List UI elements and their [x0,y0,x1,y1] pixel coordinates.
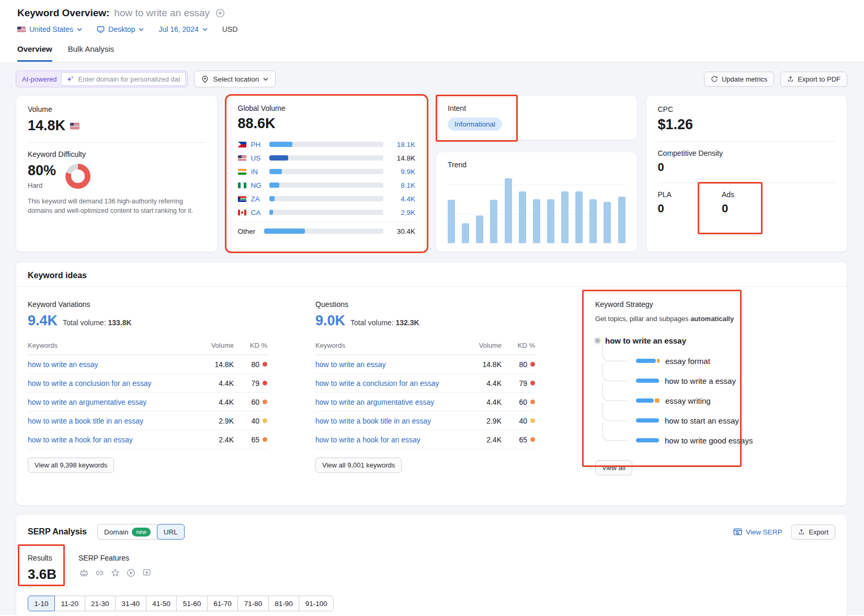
ph-flag-icon [238,142,246,147]
keyword-row: how to write a conclusion for an essay4.… [315,374,535,393]
results-metric: Results 3.6B [28,554,64,588]
main-area: AI-powered Select location Update metric… [0,62,864,615]
us-flag-icon [238,155,246,161]
location-select[interactable]: Select location [194,71,276,87]
domain-input[interactable] [78,75,180,83]
page-range-button[interactable]: 61-70 [207,596,238,611]
trend-bar [505,178,512,243]
keyword-link[interactable]: how to write a hook for an essay [315,436,469,444]
cpc-value: $1.26 [658,117,836,133]
table-header: Keywords Volume KD % [28,341,267,355]
page-range-button[interactable]: 11-20 [54,596,85,611]
strategy-child[interactable]: essay writing [636,396,825,405]
export-button[interactable]: Export [791,524,835,540]
strategy-child-label: how to start an essay [665,416,739,425]
volume-header: Volume [201,341,234,349]
keyword-link[interactable]: how to write a book title in an essay [28,417,201,425]
domain-input-wrap [61,72,186,86]
trend-label: Trend [448,161,626,169]
page-range-button[interactable]: 71-80 [237,596,269,611]
page-range-button[interactable]: 41-50 [146,596,177,611]
keyword-link[interactable]: how to write an essay [28,360,201,369]
page-range-button[interactable]: 81-90 [268,596,300,611]
device-filter[interactable]: Desktop [97,25,144,33]
keyword-ideas-card: Keyword ideas Keyword Variations 9.4K To… [16,262,847,506]
pla-label: PLA [658,190,672,199]
keyword-link[interactable]: how to write a conclusion for an essay [28,379,201,387]
keyword-link[interactable]: how to write a hook for an essay [28,436,201,444]
keyword-kd: 79 [234,379,267,387]
strategy-child[interactable]: how to write good essays [636,436,825,444]
kd-dot [530,362,535,367]
toolbar: AI-powered Select location Update metric… [16,71,847,87]
keyword-link[interactable]: how to write a book title in an essay [315,417,469,425]
country-volume-value[interactable]: 9.9K [388,168,415,176]
page-range-button[interactable]: 91-100 [299,596,334,611]
date-filter[interactable]: Jul 16, 2024 [158,25,207,33]
keyword-strategy-subtitle: Get topics, pillar and subpages automati… [595,315,825,323]
svg-text:?: ? [145,571,148,575]
country-volume-value[interactable]: 18.1K [388,141,415,149]
metric-cards-row: Volume 14.8K Keyword Difficulty 80% Hard… [16,95,847,252]
new-badge: new [132,528,150,537]
ai-domain-input-group: AI-powered [16,71,188,87]
view-serp-label: View SERP [746,528,782,536]
view-serp-link[interactable]: View SERP [733,528,782,536]
tab-overview[interactable]: Overview [17,44,52,62]
divider [658,141,836,142]
country-code-link[interactable]: ZA [251,195,265,203]
chevron-down-icon [139,28,144,31]
page-range-button[interactable]: 21-30 [85,596,116,611]
country-code-link[interactable]: US [251,154,265,162]
keyword-volume: 4.4K [201,398,234,406]
video-icon [126,567,137,578]
ads-label: Ads [722,190,734,199]
keyword-link[interactable]: how to write an argumentative essay [315,398,469,406]
toggle-domain[interactable]: Domain new [97,524,157,540]
keyword-volume: 2.4K [201,436,234,444]
strategy-children: essay formathow to write a essayessay wr… [595,357,825,444]
keyword-volume: 14.8K [201,360,234,369]
keyword-kd: 65 [234,436,267,444]
keyword-link[interactable]: how to write an essay [315,360,469,369]
location-select-label: Select location [213,75,259,83]
country-code-link[interactable]: PH [251,141,265,149]
country-volume-value[interactable]: 8.1K [388,181,415,189]
questions-label: Questions [315,300,535,309]
keyword-link[interactable]: how to write a conclusion for an essay [315,379,469,387]
view-all-strategy-button[interactable]: View all [595,460,632,475]
keyword-bar-icon [636,359,660,363]
country-code-link[interactable]: CA [251,209,265,216]
toggle-url[interactable]: URL [157,524,185,540]
chevron-down-icon [263,77,268,81]
keyword-bar-icon [636,438,659,442]
country-code-link[interactable]: NG [251,181,265,189]
keyword-row: how to write a book title in an essay2.9… [28,412,267,430]
strategy-child[interactable]: how to start an essay [636,416,825,425]
intent-card: Intent Informational [436,95,638,140]
update-metrics-button[interactable]: Update metrics [704,72,774,87]
page-range-button[interactable]: 1-10 [28,596,55,611]
export-to-pdf-button[interactable]: Export to PDF [780,72,847,87]
page-title: Keyword Overview: [17,7,109,19]
page-range-button[interactable]: 51-60 [176,596,208,611]
page-range-button[interactable]: 31-40 [115,596,146,611]
trend-bar [547,199,554,243]
country-filter[interactable]: United States [17,25,82,33]
other-volume-row: Other30.4K [238,224,416,238]
strategy-child[interactable]: essay format [636,357,825,365]
country-row: ZA4.4K [238,192,416,206]
us-flag-icon [70,123,79,129]
view-all-questions-button[interactable]: View all 9,001 keywords [315,458,402,473]
keyword-link[interactable]: how to write an argumentative essay [28,398,201,406]
country-volume-value[interactable]: 2.9K [388,209,415,216]
results-label: Results [28,554,64,562]
strategy-child[interactable]: how to write a essay [636,377,825,385]
country-code-link[interactable]: IN [251,168,265,176]
tab-bulk-analysis[interactable]: Bulk Analysis [68,44,114,62]
country-volume-value[interactable]: 4.4K [388,195,415,203]
trend-bar [448,200,455,243]
view-all-variations-button[interactable]: View all 9,398 keywords [28,458,114,473]
add-keyword-icon[interactable] [215,8,225,18]
toggle-domain-label: Domain [104,528,129,536]
